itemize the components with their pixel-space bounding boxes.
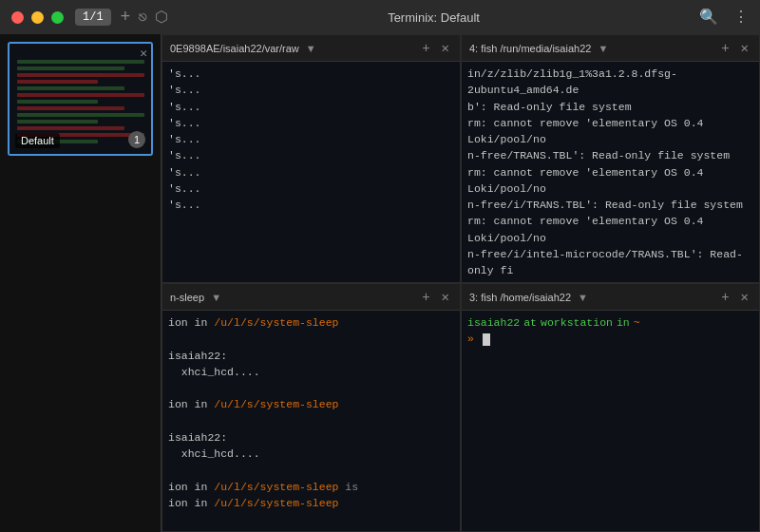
panel-top-right: 4: fish /run/media/isaiah22 ▼ + ✕ in/z/z… <box>461 34 760 283</box>
tab-dropdown-icon-br[interactable]: ▼ <box>578 292 588 303</box>
term-line: 's... <box>168 82 454 98</box>
cast-button[interactable]: ⬡ <box>155 8 168 27</box>
tab-dropdown-icon-tr[interactable]: ▼ <box>598 43 608 54</box>
search-icon[interactable]: 🔍 <box>699 8 718 27</box>
term-line: 's... <box>168 115 454 131</box>
term-line <box>168 331 454 347</box>
term-line: rm: cannot remove 'elementary OS 0.4 Lok… <box>467 213 753 246</box>
window-title-area: Terminix: Default <box>168 10 699 25</box>
term-line: 's... <box>168 197 454 213</box>
term-line: isaiah22: <box>168 348 454 364</box>
tab-bar-top-left: 0E9898AE/isaiah22/var/raw ▼ + ✕ <box>162 35 460 62</box>
term-line: ion in /u/l/s/system-sleep is <box>168 479 454 495</box>
cursor-br <box>483 333 490 346</box>
term-line: in/z/zlib/zlib1g_1%3a1.2.8.dfsg-2ubuntu4… <box>467 66 753 99</box>
term-line: ion in /u/l/s/system-sleep <box>168 495 454 511</box>
panel-bottom-left: n-sleep ▼ + ✕ ion in /u/l/s/system-sleep… <box>162 283 461 532</box>
term-line: n-free/i/TRANS.TBL': Read-only file syst… <box>467 197 753 213</box>
tab-add-button-bl[interactable]: + <box>419 290 432 305</box>
term-line: rm: cannot remove 'elementary OS 0.4 Lok… <box>467 164 753 198</box>
term-line: n-free/TRANS.TBL': Read-only file system <box>467 147 753 163</box>
term-line: 's... <box>168 164 454 180</box>
prompt-arrow-br: » <box>467 331 753 347</box>
thumbnail-badge: 1 <box>128 131 145 148</box>
minimize-button[interactable] <box>31 11 44 24</box>
tab-dropdown-icon[interactable]: ▼ <box>306 43 316 54</box>
term-line <box>168 380 454 396</box>
tab-add-button-br[interactable]: + <box>718 290 732 305</box>
close-button[interactable] <box>11 11 24 24</box>
prompt-host-br: workstation <box>541 314 613 331</box>
terminal-content-bottom-right: isaiah22 at workstation in ~ » <box>462 311 759 531</box>
menu-icon[interactable]: ⋮ <box>733 8 749 27</box>
terminal-grid: 0E9898AE/isaiah22/var/raw ▼ + ✕ 's... 's… <box>162 34 760 532</box>
term-line: n-free/i/intel-microcode/TRANS.TBL': Rea… <box>467 246 753 279</box>
window-title: Terminix: Default <box>388 10 480 25</box>
thumb-close-button[interactable]: ✕ <box>140 46 147 61</box>
tab-title-bottom-right: 3: fish /home/isaiah22 ▼ <box>469 292 712 303</box>
thumbnail-label: Default <box>15 133 60 148</box>
titlebar: 1/1 + ⎋ ⬡ Terminix: Default 🔍 ⋮ <box>0 0 760 34</box>
tab-close-button-br[interactable]: ✕ <box>738 289 751 305</box>
tab-bar-bottom-left: n-sleep ▼ + ✕ <box>162 284 460 311</box>
prompt-path-br: ~ <box>634 314 640 331</box>
term-line: 's... <box>168 66 454 82</box>
detach-button[interactable]: ⎋ <box>138 8 147 27</box>
thumbnail-pane: ✕ Default 1 <box>0 34 162 532</box>
term-line: rm: cannot remove 'elementary OS 0.4 Lok… <box>467 115 753 148</box>
tab-pill[interactable]: 1/1 <box>75 9 111 26</box>
tab-title-top-right: 4: fish /run/media/isaiah22 ▼ <box>469 43 712 54</box>
tab-close-button-tl[interactable]: ✕ <box>439 40 452 56</box>
tab-close-button-tr[interactable]: ✕ <box>738 40 751 56</box>
term-line: ion in /u/l/s/system-sleep <box>168 314 454 331</box>
thumbnail-card[interactable]: ✕ Default 1 <box>8 42 153 156</box>
prompt-line-br: isaiah22 at workstation in ~ <box>467 314 753 331</box>
term-line: 's... <box>168 180 454 197</box>
titlebar-actions: 🔍 ⋮ <box>699 8 749 27</box>
term-line: ion in /u/l/s/system-sleep <box>168 396 454 412</box>
term-line: le system <box>467 278 753 282</box>
tab-add-button-tl[interactable]: + <box>419 41 432 56</box>
tab-close-button-bl[interactable]: ✕ <box>439 289 452 305</box>
term-line: 's... <box>168 131 454 147</box>
terminal-content-bottom-left: ion in /u/l/s/system-sleep isaiah22: xhc… <box>162 311 460 531</box>
term-line <box>168 413 454 429</box>
tab-bar-top-right: 4: fish /run/media/isaiah22 ▼ + ✕ <box>462 35 759 62</box>
term-line: isaiah22: <box>168 429 454 446</box>
term-line: xhci_hcd.... <box>168 364 454 380</box>
tab-dropdown-icon-bl[interactable]: ▼ <box>211 292 221 303</box>
terminal-content-top-right: in/z/zlib/zlib1g_1%3a1.2.8.dfsg-2ubuntu4… <box>462 62 759 282</box>
tab-title-top-left: 0E9898AE/isaiah22/var/raw ▼ <box>170 43 413 54</box>
term-line: b': Read-only file system <box>467 99 753 115</box>
add-tab-button[interactable]: + <box>121 8 131 27</box>
term-line: xhci_hcd.... <box>168 446 454 462</box>
tab-add-button-tr[interactable]: + <box>718 41 732 56</box>
window-controls <box>11 11 64 24</box>
term-line <box>168 462 454 478</box>
tab-bar-bottom-right: 3: fish /home/isaiah22 ▼ + ✕ <box>462 284 759 311</box>
tab-title-bottom-left: n-sleep ▼ <box>170 292 413 303</box>
term-line: 's... <box>168 147 454 163</box>
main-area: ✕ Default 1 <box>0 34 760 532</box>
maximize-button[interactable] <box>51 11 64 24</box>
term-line: 's... <box>168 99 454 115</box>
panel-top-left: 0E9898AE/isaiah22/var/raw ▼ + ✕ 's... 's… <box>162 34 461 283</box>
panel-bottom-right: 3: fish /home/isaiah22 ▼ + ✕ isaiah22 at… <box>461 283 760 532</box>
prompt-username-br: isaiah22 <box>467 314 520 331</box>
terminal-content-top-left: 's... 's... 's... 's... 's... 's... 's..… <box>162 62 460 282</box>
